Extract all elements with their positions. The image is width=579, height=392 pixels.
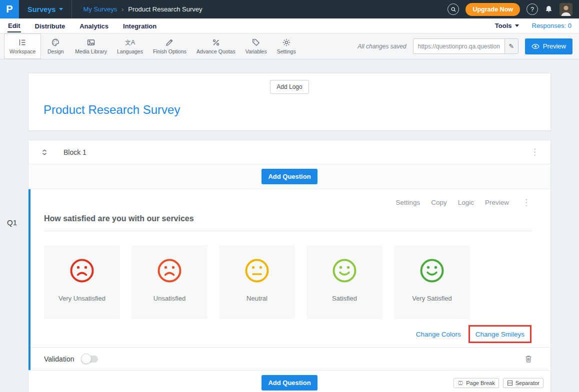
question-code: Q1 bbox=[7, 218, 17, 227]
header-actions: Upgrade Now ? bbox=[448, 3, 579, 16]
toolbar-item-settings[interactable]: Settings bbox=[272, 33, 301, 59]
smiley-option[interactable]: Very Satisfied bbox=[394, 245, 470, 319]
change-colors-link[interactable]: Change Colors bbox=[416, 331, 461, 338]
tab-integration[interactable]: Integration bbox=[122, 19, 157, 32]
block-card: Block 1 Add Question Q1 Settings Copy Lo… bbox=[28, 140, 551, 392]
toolbar-item-design[interactable]: Design bbox=[41, 33, 70, 59]
question-settings-link[interactable]: Settings bbox=[396, 199, 420, 206]
design-palette-icon bbox=[51, 38, 60, 47]
smiley-face-icon bbox=[332, 258, 358, 284]
smiley-option[interactable]: Very Unsatisfied bbox=[44, 245, 120, 319]
smiley-option[interactable]: Neutral bbox=[219, 245, 295, 319]
collapse-block-icon[interactable] bbox=[41, 149, 48, 156]
validation-row: Validation bbox=[30, 347, 550, 370]
tools-menu[interactable]: Tools bbox=[495, 22, 519, 29]
breadcrumb: My Surveys › Product Research Survey bbox=[83, 5, 202, 13]
smiley-face-icon bbox=[419, 258, 445, 284]
question-copy-link[interactable]: Copy bbox=[431, 199, 447, 206]
smiley-option[interactable]: Unsatisfied bbox=[132, 245, 208, 319]
help-glyph: ? bbox=[530, 6, 534, 13]
breadcrumb-current: Product Research Survey bbox=[128, 5, 202, 13]
smiley-option-label: Satisfied bbox=[332, 295, 357, 302]
question-title[interactable]: How satisfied are you with our services bbox=[44, 214, 532, 223]
tab-edit[interactable]: Edit bbox=[8, 19, 21, 32]
eye-icon bbox=[532, 43, 540, 49]
survey-header-card: Add Logo Product Research Survey bbox=[28, 73, 551, 131]
question-q1: Q1 Settings Copy Logic Preview How satis… bbox=[28, 189, 550, 370]
block-header: Block 1 bbox=[28, 140, 550, 164]
survey-url-input[interactable] bbox=[414, 39, 504, 53]
survey-title[interactable]: Product Research Survey bbox=[44, 103, 536, 117]
smiley-face-icon bbox=[156, 258, 182, 284]
toolbar-item-media-library[interactable]: Media Library bbox=[70, 33, 112, 59]
questionpro-logo[interactable]: P bbox=[0, 0, 19, 18]
toolbar-item-workspace[interactable]: Workspace bbox=[4, 33, 41, 59]
question-logic-link[interactable]: Logic bbox=[458, 199, 474, 206]
smiley-links-row: Change Colors Change Smileys bbox=[44, 325, 532, 343]
survey-editor-canvas: Add Logo Product Research Survey Block 1… bbox=[0, 59, 579, 392]
caret-down-icon bbox=[59, 8, 63, 10]
validation-label: Validation bbox=[44, 355, 74, 363]
tab-distribute[interactable]: Distribute bbox=[34, 19, 66, 32]
logo-letter: P bbox=[6, 3, 12, 15]
toolbar-item-languages[interactable]: Languages bbox=[112, 33, 148, 59]
tab-analytics[interactable]: Analytics bbox=[79, 19, 109, 32]
change-smileys-link[interactable]: Change Smileys bbox=[476, 331, 524, 338]
toolbar-right: All changes saved Preview bbox=[358, 33, 579, 59]
smiley-option-label: Unsatisfied bbox=[154, 295, 186, 302]
question-menu-dots-icon[interactable] bbox=[520, 197, 532, 208]
separator-icon bbox=[507, 380, 513, 386]
workspace-icon bbox=[18, 38, 27, 47]
toolbar-item-finish-options[interactable]: Finish Options bbox=[148, 33, 192, 59]
breadcrumb-separator-icon: › bbox=[122, 6, 124, 13]
toggle-knob bbox=[81, 354, 92, 364]
tools-label: Tools bbox=[495, 22, 512, 29]
surveys-menu[interactable]: Surveys bbox=[19, 0, 72, 18]
top-header: P Surveys My Surveys › Product Research … bbox=[0, 0, 579, 18]
add-question-button-bottom[interactable]: Add Question bbox=[262, 375, 317, 391]
advance-quotas-icon bbox=[212, 38, 220, 47]
separator-button[interactable]: Separator bbox=[503, 378, 544, 388]
upgrade-now-button[interactable]: Upgrade Now bbox=[466, 3, 520, 16]
smiley-face-icon bbox=[244, 258, 270, 284]
toolbar-item-advance-quotas[interactable]: Advance Quotas bbox=[192, 33, 240, 59]
magnifier-glyph bbox=[450, 6, 456, 12]
footer-side-buttons: Page Break Separator bbox=[454, 378, 544, 388]
help-icon[interactable]: ? bbox=[526, 3, 538, 15]
preview-label: Preview bbox=[543, 42, 566, 50]
languages-icon bbox=[125, 38, 135, 47]
add-logo-button[interactable]: Add Logo bbox=[270, 80, 308, 94]
user-avatar[interactable] bbox=[560, 3, 572, 16]
search-icon[interactable] bbox=[448, 3, 459, 15]
smiley-option-label: Very Satisfied bbox=[412, 295, 452, 302]
variables-tag-icon bbox=[252, 38, 260, 47]
question-toolbar: Settings Copy Logic Preview bbox=[44, 197, 532, 208]
smiley-options: Very UnsatisfiedUnsatisfiedNeutralSatisf… bbox=[44, 245, 532, 319]
smiley-option-label: Neutral bbox=[246, 295, 268, 302]
edit-url-pencil-icon[interactable] bbox=[504, 39, 518, 53]
page-break-button[interactable]: Page Break bbox=[454, 378, 498, 388]
block-title[interactable]: Block 1 bbox=[64, 148, 86, 156]
delete-question-trash-icon[interactable] bbox=[524, 355, 532, 363]
page-break-icon bbox=[458, 380, 464, 386]
block-footer: Add Question Page Break Separator bbox=[28, 370, 550, 392]
settings-gear-icon bbox=[282, 38, 291, 47]
smiley-option[interactable]: Satisfied bbox=[306, 245, 382, 319]
breadcrumb-my-surveys[interactable]: My Surveys bbox=[83, 5, 117, 13]
smiley-option-label: Very Unsatisfied bbox=[58, 295, 106, 302]
question-divider bbox=[44, 231, 532, 231]
responses-count[interactable]: Responses: 0 bbox=[532, 22, 572, 29]
validation-toggle[interactable] bbox=[82, 356, 98, 363]
surveys-menu-label: Surveys bbox=[28, 5, 56, 13]
preview-button[interactable]: Preview bbox=[525, 38, 572, 54]
block-menu-dots-icon[interactable] bbox=[528, 147, 541, 157]
toolbar-item-variables[interactable]: Variables bbox=[240, 33, 272, 59]
nav-right: Tools Responses: 0 bbox=[495, 22, 572, 29]
add-question-row-top: Add Question bbox=[28, 164, 550, 189]
question-preview-link[interactable]: Preview bbox=[485, 199, 509, 206]
red-highlight-box: Change Smileys bbox=[468, 325, 532, 343]
main-nav: Edit Distribute Analytics Integration To… bbox=[0, 18, 579, 33]
notifications-bell-icon[interactable] bbox=[544, 5, 553, 13]
builder-toolbar: Workspace Design Media Library Languages… bbox=[0, 33, 579, 59]
add-question-button-top[interactable]: Add Question bbox=[262, 169, 317, 184]
